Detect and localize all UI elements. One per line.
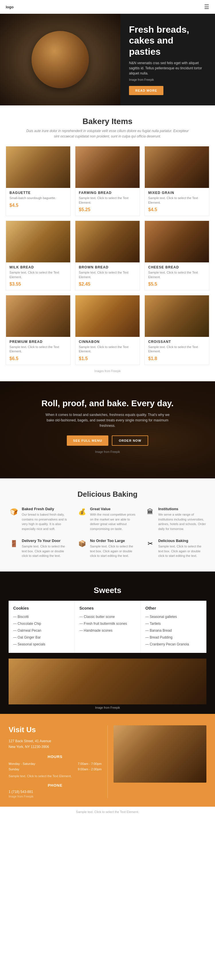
hero-section: Fresh breads, cakes and pasties N&N vene… — [0, 14, 215, 105]
sweets-grid: Cookies Biscotti Chocolate Chip Oatmeal … — [9, 601, 206, 653]
list-item: Oat Ginger Bar — [13, 634, 70, 641]
bakery-items-section: Bakery Items Duis aute irure dolor in re… — [0, 105, 215, 381]
institutions-icon: 🏛 — [145, 507, 155, 517]
item-price-6: $6.5 — [10, 356, 67, 361]
read-more-button[interactable]: READ MORE — [129, 86, 163, 95]
visit-title: Visit Us — [9, 725, 102, 734]
item-image-cinnabon — [75, 295, 140, 337]
header: logo ☰ — [0, 0, 215, 14]
features-grid: 🍞 Baked Fresh Daily Our bread is baked f… — [9, 507, 206, 560]
see-full-menu-button[interactable]: SEE FULL MENU — [67, 436, 108, 446]
item-price-1: $5.25 — [79, 207, 136, 212]
bake-section: Roll, proof, and bake. Every day. When i… — [0, 381, 215, 479]
hero-image-credit: Image from Freepik — [129, 78, 206, 82]
hero-image — [0, 14, 120, 105]
baked-fresh-icon: 🍞 — [9, 507, 19, 517]
item-name-7: CINNABON — [79, 340, 136, 344]
address-line2: New York, NY 11230-3906 — [9, 744, 102, 750]
item-name-8: CROISSANT — [148, 340, 205, 344]
bread-circle-decoration — [32, 31, 89, 88]
hero-description: N&N venenatis cras sed felis eget with a… — [129, 60, 206, 76]
visit-info: Visit Us 127 Back Street, 41 Avenue New … — [9, 725, 108, 798]
item-image-croissant — [145, 295, 209, 337]
hours-days-1: Sunday — [9, 767, 19, 772]
feature-desc-2: We serve a wide range of institutions in… — [158, 512, 206, 531]
list-item: Fresh fruit buttermilk scones — [80, 620, 136, 627]
sweets-bottom-image — [9, 659, 206, 705]
delicious-baking-section: Delicious Baking 🍞 Baked Fresh Daily Our… — [0, 479, 215, 571]
list-item: Classic butter scone — [80, 613, 136, 620]
item-image-premium — [6, 295, 70, 337]
item-desc-6: Sample text. Click to select the Text El… — [10, 345, 67, 354]
sweets-col-list-0: Biscotti Chocolate Chip Oatmeal Pecan Oa… — [13, 613, 70, 648]
sweets-col-cookies: Cookies Biscotti Chocolate Chip Oatmeal … — [9, 601, 75, 653]
list-item: Seasonal specials — [13, 641, 70, 648]
hours-row-1: Sunday 9:00am - 2:00pm — [9, 767, 102, 772]
feature-item-3: 🚪 Delivery To Your Door Sample text. Cli… — [9, 539, 70, 560]
item-card: BROWN BREAD Sample text. Click to select… — [75, 221, 140, 291]
sweets-col-scones: Scones Classic butter scone Fresh fruit … — [75, 601, 140, 653]
phone-heading: PHONE — [9, 783, 102, 788]
footer-text: Sample text. Click to select the Text El… — [76, 810, 139, 814]
item-card: FARMING BREAD Sample text. Click to sele… — [75, 146, 140, 216]
item-price-0: $4.5 — [10, 203, 67, 208]
item-image-cheese — [145, 221, 209, 262]
logo: logo — [6, 5, 13, 9]
feature-title-1: Great Value — [90, 507, 138, 511]
feature-item-4: 📦 No Order Too Large Sample text. Click … — [77, 539, 138, 560]
item-card: CHEESE BREAD Sample text. Click to selec… — [145, 221, 209, 291]
item-desc-7: Sample text. Click to select the Text El… — [79, 345, 136, 354]
bake-description: When it comes to bread and sandwiches, f… — [41, 412, 174, 429]
item-image-brown — [75, 221, 140, 262]
feature-item-1: 💰 Great Value With the most competitive … — [77, 507, 138, 533]
item-price-3: $3.55 — [10, 282, 67, 287]
item-price-4: $2.45 — [79, 282, 136, 287]
list-item: Chocolate Chip — [13, 620, 70, 627]
hero-content: Fresh breads, cakes and pasties N&N vene… — [120, 16, 215, 104]
sweets-title: Sweets — [9, 586, 206, 595]
feature-desc-3: Sample text. Click to select the text bo… — [22, 544, 70, 558]
item-card: CINNABON Sample text. Click to select th… — [75, 295, 140, 365]
item-price-2: $4.5 — [148, 207, 205, 212]
sweets-col-other: Other Seasonal galletes Tartlets Banana … — [140, 601, 206, 653]
hamburger-icon[interactable]: ☰ — [204, 3, 209, 10]
list-item: Tartlets — [145, 620, 202, 627]
feature-title-2: Institutions — [158, 507, 206, 511]
item-card: MILK BREAD Sample text. Click to select … — [6, 221, 70, 291]
bake-image-credit: Image from Freepik — [95, 450, 120, 454]
feature-item-5: ✂ Delicious Baking Sample text. Click to… — [145, 539, 206, 560]
feature-title-5: Delicious Baking — [158, 539, 206, 543]
item-desc-5: Sample text. Click to select the Text El… — [148, 270, 205, 279]
hours-table: Monday - Saturday 7:00am - 7:00pm Sunday… — [9, 761, 102, 779]
feature-item-2: 🏛 Institutions We serve a wide range of … — [145, 507, 206, 533]
item-desc-2: Sample text. Click to select the Text El… — [148, 196, 205, 205]
item-desc-8: Sample text. Click to select the Text El… — [148, 345, 205, 354]
hours-row-0: Monday - Saturday 7:00am - 7:00pm — [9, 761, 102, 767]
feature-desc-0: Our bread is baked fresh daily, contains… — [22, 512, 70, 531]
item-desc-1: Sample text. Click to select the Text El… — [79, 196, 136, 205]
list-item: Biscotti — [13, 613, 70, 620]
item-price-5: $5.5 — [148, 282, 205, 287]
item-name-4: BROWN BREAD — [79, 265, 136, 269]
feature-title-4: No Order Too Large — [90, 539, 138, 543]
item-desc-0: Small-batch sourdough baguette. — [10, 196, 67, 200]
list-item: Handmade scones — [80, 627, 136, 634]
item-name-2: MIXED GRAIN — [148, 191, 205, 195]
item-image-farming — [75, 146, 140, 188]
item-name-6: PREMIUM BREAD — [10, 340, 67, 344]
list-item: Cranberry Pecan Granola — [145, 641, 202, 648]
hours-time-0: 7:00am - 7:00pm — [78, 761, 102, 767]
sweets-image-credit: Image from Freepik — [9, 705, 206, 714]
item-name-5: CHEESE BREAD — [148, 265, 205, 269]
item-card: CROISSANT Sample text. Click to select t… — [145, 295, 209, 365]
phone-section: PHONE 1 (718) 543-881 Image from Freepik — [9, 783, 102, 798]
list-item: Seasonal galletes — [145, 613, 202, 620]
item-price-7: $1.5 — [79, 356, 136, 361]
no-order-too-large-icon: 📦 — [77, 539, 87, 549]
bakery-section-title: Bakery Items — [6, 117, 209, 126]
feature-desc-1: With the most competitive prices on the … — [90, 512, 138, 531]
visit-bread-image — [113, 725, 207, 783]
order-now-button[interactable]: ORDER NOW — [112, 436, 148, 446]
footer: Sample text. Click to select the Text El… — [0, 807, 215, 817]
feature-title-0: Baked Fresh Daily — [22, 507, 70, 511]
